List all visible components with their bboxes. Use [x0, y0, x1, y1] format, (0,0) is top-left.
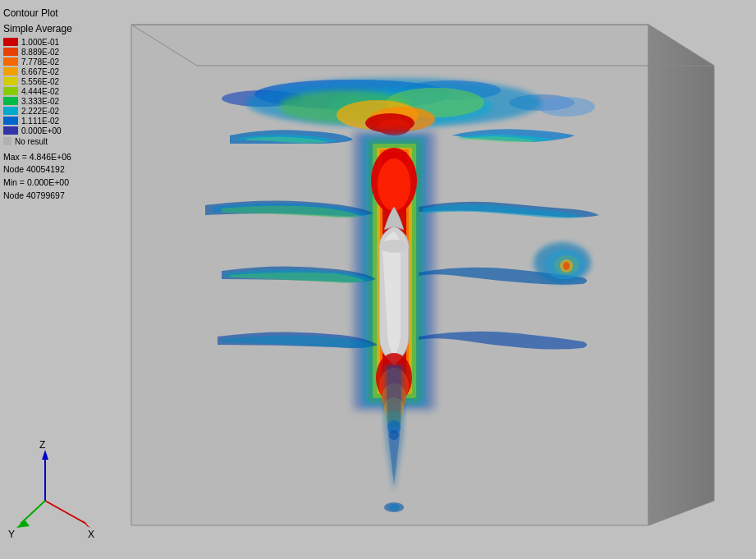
legend-label-4: 5.556E-02	[21, 77, 59, 86]
legend-color-box-0	[3, 38, 18, 46]
legend-color-box-3	[3, 67, 18, 76]
legend-color-box-9	[3, 126, 18, 135]
legend-color-box-6	[3, 97, 18, 105]
legend-label-0: 1.000E-01	[21, 38, 59, 47]
max-value: Max = 4.846E+06	[3, 151, 122, 164]
legend-title-line2: Simple Average	[3, 22, 122, 36]
legend-item-0: 1.000E-01	[3, 38, 122, 47]
min-value: Min = 0.000E+00	[3, 176, 122, 190]
legend-color-box-8	[3, 117, 18, 125]
min-node: Node 40799697	[3, 190, 122, 203]
legend-color-box-4	[3, 77, 18, 85]
svg-text:X: X	[88, 529, 94, 540]
legend-color-box-2	[3, 57, 18, 66]
legend-item-3: 6.667E-02	[3, 67, 122, 76]
legend-stats: Max = 4.846E+06 Node 40054192 Min = 0.00…	[3, 151, 122, 203]
svg-point-31	[379, 240, 409, 253]
svg-text:Y: Y	[8, 529, 15, 540]
max-node: Node 40054192	[3, 163, 122, 176]
legend-no-result: No result	[3, 137, 122, 146]
legend-item-8: 1.111E-02	[3, 117, 122, 126]
legend-item-4: 5.556E-02	[3, 77, 122, 86]
legend-label-8: 1.111E-02	[21, 117, 59, 126]
legend-item-2: 7.778E-02	[3, 57, 122, 66]
legend-item-7: 2.222E-02	[3, 107, 122, 116]
legend-panel: Contour Plot Simple Average 1.000E-018.8…	[3, 7, 122, 203]
svg-marker-2	[648, 25, 714, 525]
no-result-label: No result	[15, 137, 48, 146]
legend-label-2: 7.778E-02	[21, 57, 59, 66]
svg-point-30	[563, 262, 570, 270]
legend-label-7: 2.222E-02	[21, 107, 59, 116]
legend-title-line1: Contour Plot	[3, 7, 122, 21]
svg-point-8	[538, 97, 595, 117]
legend-item-1: 8.889E-02	[3, 48, 122, 57]
legend-color-box-7	[3, 107, 18, 115]
legend-color-box-5	[3, 87, 18, 95]
legend-label-3: 6.667E-02	[21, 67, 59, 76]
svg-point-40	[388, 504, 400, 511]
legend-color-box-1	[3, 48, 18, 56]
no-result-color-box	[3, 137, 11, 145]
legend-item-9: 0.000E+00	[3, 126, 122, 135]
legend-item-5: 4.444E-02	[3, 87, 122, 96]
legend-label-6: 3.333E-02	[21, 97, 59, 106]
svg-text:Z: Z	[39, 439, 45, 451]
legend-label-5: 4.444E-02	[21, 87, 59, 96]
legend-label-9: 0.000E+00	[21, 126, 62, 135]
legend-label-1: 8.889E-02	[21, 48, 59, 57]
legend-color-scale: 1.000E-018.889E-027.778E-026.667E-025.55…	[3, 38, 122, 135]
svg-point-25	[378, 158, 410, 211]
legend-item-6: 3.333E-02	[3, 97, 122, 106]
main-container: Z Y X Contour Plot Simple Average 1.000E…	[0, 0, 756, 559]
